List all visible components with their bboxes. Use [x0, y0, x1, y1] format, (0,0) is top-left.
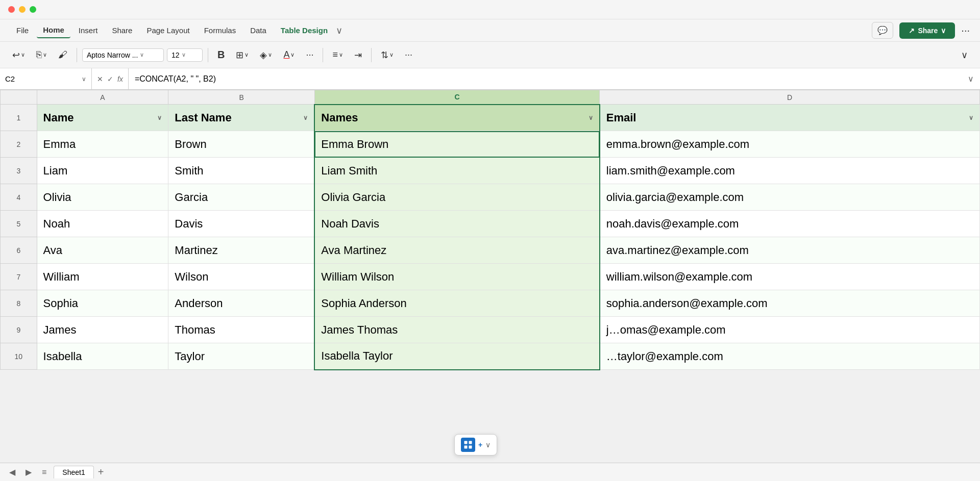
- col-header-B[interactable]: B: [168, 90, 314, 105]
- cell-D1[interactable]: Email∨: [600, 105, 980, 131]
- formula-expand-button[interactable]: ∨: [962, 74, 980, 84]
- minimize-button[interactable]: [19, 6, 26, 13]
- more-button[interactable]: ···: [961, 24, 970, 36]
- cell-A4[interactable]: Olivia: [37, 184, 168, 211]
- add-sheet-button[interactable]: +: [98, 466, 104, 478]
- row-number-10[interactable]: 10: [1, 343, 37, 370]
- cell-D8[interactable]: sophia.anderson@example.com: [600, 290, 980, 317]
- share-button[interactable]: ↗ Share ∨: [899, 22, 955, 39]
- filter-arrow-B[interactable]: ∨: [303, 114, 308, 121]
- cell-ref-chevron[interactable]: ∨: [82, 75, 86, 83]
- cell-C7[interactable]: William Wilson: [314, 264, 600, 290]
- row-number-1[interactable]: 1: [1, 105, 37, 131]
- cell-A6[interactable]: Ava: [37, 237, 168, 264]
- row-number-5[interactable]: 5: [1, 211, 37, 237]
- cell-D3[interactable]: liam.smith@example.com: [600, 158, 980, 184]
- cell-D6[interactable]: ava.martinez@example.com: [600, 237, 980, 264]
- col-header-D[interactable]: D: [600, 90, 980, 105]
- cell-A3[interactable]: Liam: [37, 158, 168, 184]
- fx-icon[interactable]: fx: [117, 75, 123, 83]
- cell-B6[interactable]: Martinez: [168, 237, 314, 264]
- cell-D10[interactable]: …taylor@example.com: [600, 343, 980, 370]
- row-number-4[interactable]: 4: [1, 184, 37, 211]
- cell-D2[interactable]: emma.brown@example.com: [600, 131, 980, 158]
- menu-insert[interactable]: Insert: [72, 23, 104, 38]
- cell-D7[interactable]: william.wilson@example.com: [600, 264, 980, 290]
- cell-D9[interactable]: j…omas@example.com: [600, 317, 980, 343]
- comment-button[interactable]: 💬: [872, 22, 893, 39]
- cell-C6[interactable]: Ava Martinez: [314, 237, 600, 264]
- menu-home[interactable]: Home: [37, 22, 70, 38]
- font-color-button[interactable]: A ∨: [279, 46, 299, 63]
- cell-B2[interactable]: Brown: [168, 131, 314, 158]
- cell-A5[interactable]: Noah: [37, 211, 168, 237]
- clipboard-button[interactable]: ⎘ ∨: [32, 46, 51, 63]
- row-number-7[interactable]: 7: [1, 264, 37, 290]
- grid-wrapper[interactable]: A B C D 1Name∨Last Name∨Names∨Email∨2Emm…: [0, 90, 980, 463]
- menu-more-chevron[interactable]: ∨: [336, 25, 342, 36]
- cell-A10[interactable]: Isabella: [37, 343, 168, 370]
- cell-D5[interactable]: noah.davis@example.com: [600, 211, 980, 237]
- row-number-6[interactable]: 6: [1, 237, 37, 264]
- cell-B7[interactable]: Wilson: [168, 264, 314, 290]
- cell-C8[interactable]: Sophia Anderson: [314, 290, 600, 317]
- row-number-9[interactable]: 9: [1, 317, 37, 343]
- row-number-2[interactable]: 2: [1, 131, 37, 158]
- cell-C2[interactable]: Emma Brown: [314, 131, 600, 158]
- row-number-3[interactable]: 3: [1, 158, 37, 184]
- confirm-icon[interactable]: ✓: [107, 75, 113, 83]
- more-toolbar-button[interactable]: ···: [401, 46, 416, 63]
- cell-A1[interactable]: Name∨: [37, 105, 168, 131]
- borders-button[interactable]: ⊞ ∨: [232, 46, 253, 64]
- align-button[interactable]: ≡ ∨: [328, 46, 347, 63]
- prev-sheet-button[interactable]: ◀: [6, 466, 18, 478]
- col-header-C[interactable]: C: [314, 90, 600, 105]
- filter-arrow-A[interactable]: ∨: [157, 114, 162, 121]
- cell-C5[interactable]: Noah Davis: [314, 211, 600, 237]
- close-button[interactable]: [8, 6, 15, 13]
- cell-A8[interactable]: Sophia: [37, 290, 168, 317]
- format-painter-button[interactable]: 🖌: [54, 46, 71, 63]
- flash-fill-chevron[interactable]: ∨: [485, 441, 491, 449]
- more-format-button[interactable]: ···: [302, 46, 317, 63]
- menu-page-layout[interactable]: Page Layout: [140, 23, 195, 38]
- sheet-tab-sheet1[interactable]: Sheet1: [54, 466, 93, 478]
- menu-data[interactable]: Data: [244, 23, 273, 38]
- cell-B1[interactable]: Last Name∨: [168, 105, 314, 131]
- cell-B10[interactable]: Taylor: [168, 343, 314, 370]
- sort-button[interactable]: ⇅ ∨: [377, 46, 398, 64]
- cancel-icon[interactable]: ✕: [97, 75, 103, 83]
- cell-B8[interactable]: Anderson: [168, 290, 314, 317]
- cell-C10[interactable]: Isabella Taylor: [314, 343, 600, 370]
- cell-C4[interactable]: Olivia Garcia: [314, 184, 600, 211]
- cell-C3[interactable]: Liam Smith: [314, 158, 600, 184]
- cell-C1[interactable]: Names∨: [314, 105, 600, 131]
- font-size-selector[interactable]: 12 ∨: [167, 48, 203, 62]
- wrap-button[interactable]: ⇥: [350, 46, 366, 64]
- filter-arrow-C[interactable]: ∨: [589, 114, 593, 121]
- maximize-button[interactable]: [30, 6, 36, 13]
- cell-C9[interactable]: James Thomas: [314, 317, 600, 343]
- menu-share-menu[interactable]: Share: [106, 23, 138, 38]
- cell-B9[interactable]: Thomas: [168, 317, 314, 343]
- fill-button[interactable]: ◈ ∨: [256, 46, 276, 64]
- undo-button[interactable]: ↩ ∨: [8, 46, 29, 64]
- toolbar-expand-button[interactable]: ∨: [957, 46, 972, 64]
- cell-B4[interactable]: Garcia: [168, 184, 314, 211]
- cell-D4[interactable]: olivia.garcia@example.com: [600, 184, 980, 211]
- bold-button[interactable]: B: [213, 46, 229, 64]
- menu-file[interactable]: File: [10, 23, 35, 38]
- filter-arrow-D[interactable]: ∨: [969, 114, 973, 121]
- formula-input[interactable]: =CONCAT(A2, " ", B2): [129, 74, 962, 84]
- cell-B5[interactable]: Davis: [168, 211, 314, 237]
- row-number-8[interactable]: 8: [1, 290, 37, 317]
- next-sheet-button[interactable]: ▶: [22, 466, 35, 478]
- sheet-menu-button[interactable]: ≡: [39, 467, 50, 478]
- menu-formulas[interactable]: Formulas: [198, 23, 242, 38]
- cell-A2[interactable]: Emma: [37, 131, 168, 158]
- col-header-A[interactable]: A: [37, 90, 168, 105]
- font-selector[interactable]: Aptos Narrow ... ∨: [82, 48, 164, 62]
- cell-A7[interactable]: William: [37, 264, 168, 290]
- cell-B3[interactable]: Smith: [168, 158, 314, 184]
- cell-A9[interactable]: James: [37, 317, 168, 343]
